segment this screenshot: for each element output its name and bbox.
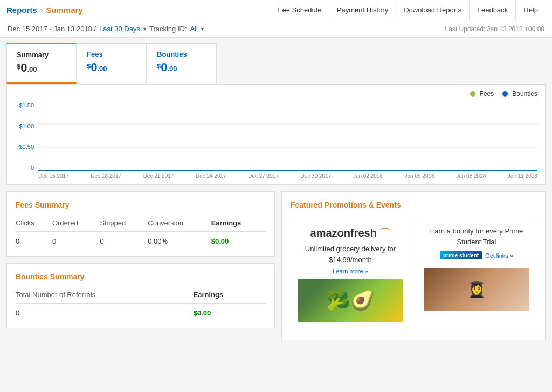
bounties-legend-item: Bounties (502, 90, 537, 98)
amazon-fresh-learn-more[interactable]: Learn more » (333, 268, 368, 274)
reports-link[interactable]: Reports (6, 5, 37, 15)
clicks-value: 0 (16, 232, 52, 248)
fees-card-value: $0.00 (87, 60, 133, 74)
bounties-legend-dot (502, 91, 508, 97)
fee-schedule-button[interactable]: Fee Schedule (271, 0, 329, 20)
promo-grid: amazonfresh ⌒ Unlimited grocery delivery… (291, 217, 536, 331)
amazon-fresh-arrow: ⌒ (380, 227, 390, 239)
top-navigation: Reports › Summary Fee Schedule Payment H… (0, 0, 552, 20)
fees-decimal: .00 (97, 65, 107, 73)
summary-cards-row: Summary $0.00 Fees $0.00 Bounties $0.00 (0, 38, 552, 84)
tracking-id-label: Tracking ID: (149, 25, 187, 33)
fees-summary-table: Clicks Ordered Shipped Conversion Earnin… (16, 217, 266, 247)
ordered-value: 0 (52, 232, 100, 248)
referrals-value: 0 (16, 304, 194, 320)
fees-summary-title: Fees Summary (16, 201, 266, 209)
summary-card-overall[interactable]: Summary $0.00 (6, 43, 77, 84)
summary-card-value: $0.00 (17, 61, 63, 75)
help-button[interactable]: Help (515, 0, 546, 20)
feedback-button[interactable]: Feedback (469, 0, 515, 20)
last-30-days-filter[interactable]: Last 30 Days (99, 25, 140, 33)
amazon-fresh-text: amazonfresh (310, 227, 377, 239)
x-label-7: Jan 05 2018 (405, 173, 434, 179)
x-label-2: Dec 21 2017 (143, 173, 174, 179)
summary-card-title: Summary (17, 51, 63, 59)
bounties-summary-box: Bounties Summary Total Number of Referra… (6, 263, 275, 328)
fees-legend-label: Fees (480, 90, 494, 98)
prime-student-get-links[interactable]: Get links » (485, 252, 513, 259)
chart-svg (38, 101, 537, 171)
date-filter-bar: Dec 15 2017 - Jan 13 2018 / Last 30 Days… (0, 20, 552, 38)
bottom-section: Fees Summary Clicks Ordered Shipped Conv… (0, 185, 552, 347)
x-label-0: Dec 15 2017 (38, 173, 69, 179)
y-label-2: $1.00 (15, 123, 34, 129)
bounties-earnings-value: $0.00 (194, 304, 266, 320)
x-label-5: Dec 30 2017 (301, 173, 332, 179)
conversion-value: 0.00% (148, 232, 211, 248)
bounties-card-title: Bounties (157, 50, 203, 58)
tracking-id-value[interactable]: All (190, 25, 198, 33)
page-title: Summary (46, 5, 82, 15)
amazon-fresh-image: 🥦🥑 (298, 279, 403, 322)
prime-student-image: 👩‍🎓 (424, 268, 529, 311)
y-label-4: 0 (15, 164, 34, 171)
bounties-card-value: $0.00 (157, 60, 203, 74)
fees-legend-dot (470, 91, 475, 97)
y-label-1: $1.50 (15, 102, 34, 108)
fees-card-title: Fees (87, 50, 133, 58)
prime-student-label: prime student (440, 251, 482, 259)
fees-whole: 0 (91, 60, 97, 74)
col-conversion: Conversion (148, 217, 211, 232)
x-label-6: Jan 02 2018 (353, 173, 383, 179)
amazon-fresh-logo: amazonfresh ⌒ (310, 226, 391, 240)
x-label-4: Dec 27 2017 (248, 173, 279, 179)
bounties-whole: 0 (161, 60, 167, 74)
summary-card-fees[interactable]: Fees $0.00 (77, 43, 147, 84)
x-label-1: Dec 18 2017 (91, 173, 121, 179)
col-clicks: Clicks (16, 217, 52, 232)
col-referrals: Total Number of Referrals (16, 288, 194, 304)
payment-history-button[interactable]: Payment History (329, 0, 396, 20)
chart-body: $1.50 $1.00 $0.50 0 Dec 15 2017 Dec 18 2… (15, 101, 537, 179)
tracking-dropdown-arrow[interactable]: ▾ (201, 26, 204, 32)
chart-legend: Fees Bounties (15, 90, 537, 98)
date-dropdown-arrow[interactable]: ▾ (143, 26, 146, 32)
x-label-9: Jan 11 2018 (508, 173, 537, 179)
breadcrumb-chevron: › (40, 6, 43, 15)
shipped-value: 0 (100, 232, 148, 248)
col-ordered: Ordered (52, 217, 100, 232)
last-updated-text: Last Updated: Jan 13 2018 +00:00 (445, 25, 544, 33)
download-reports-button[interactable]: Download Reports (396, 0, 469, 20)
fees-legend-item: Fees (470, 90, 494, 98)
prime-student-badge: prime student Get links » (440, 251, 513, 259)
featured-promotions-panel: Featured Promotions & Events amazonfresh… (281, 191, 546, 340)
summary-whole: 0 (20, 61, 27, 74)
y-label-3: $0.50 (15, 143, 34, 150)
bounties-legend-label: Bounties (512, 90, 537, 98)
top-nav-buttons: Fee Schedule Payment History Download Re… (271, 0, 546, 20)
y-axis-labels: $1.50 $1.00 $0.50 0 (15, 101, 34, 171)
col-bounties-earnings: Earnings (194, 288, 266, 304)
bounties-summary-title: Bounties Summary (16, 272, 266, 281)
summary-decimal: .00 (27, 65, 37, 73)
bounties-summary-table: Total Number of Referrals Earnings 0 $0.… (16, 288, 266, 319)
date-controls: Dec 15 2017 - Jan 13 2018 / Last 30 Days… (8, 25, 204, 33)
summary-card-bounties[interactable]: Bounties $0.00 (147, 43, 217, 84)
featured-title: Featured Promotions & Events (291, 201, 536, 209)
date-range-text: Dec 15 2017 - Jan 13 2018 / (8, 25, 96, 33)
x-label-8: Jan 08 2018 (456, 173, 486, 179)
fees-data-row: 0 0 0 0.00% $0.00 (16, 232, 266, 248)
amazon-fresh-promo[interactable]: amazonfresh ⌒ Unlimited grocery delivery… (291, 217, 410, 331)
earnings-chart: Fees Bounties $1.50 $1.00 $0.50 0 (6, 84, 546, 185)
x-label-3: Dec 24 2017 (196, 173, 226, 179)
prime-student-promo[interactable]: Earn a bounty for every Prime Student Tr… (417, 217, 536, 331)
vegetable-emoji: 🥦🥑 (326, 289, 375, 312)
col-earnings: Earnings (211, 217, 266, 232)
x-axis-labels: Dec 15 2017 Dec 18 2017 Dec 21 2017 Dec … (38, 173, 537, 179)
col-shipped: Shipped (100, 217, 148, 232)
amazon-fresh-description: Unlimited grocery delivery for $14.99/mo… (298, 244, 403, 265)
fees-summary-box: Fees Summary Clicks Ordered Shipped Conv… (6, 191, 275, 257)
bounties-data-row: 0 $0.00 (16, 304, 266, 320)
breadcrumb: Reports › Summary (6, 5, 83, 15)
bounties-decimal: .00 (167, 65, 177, 73)
